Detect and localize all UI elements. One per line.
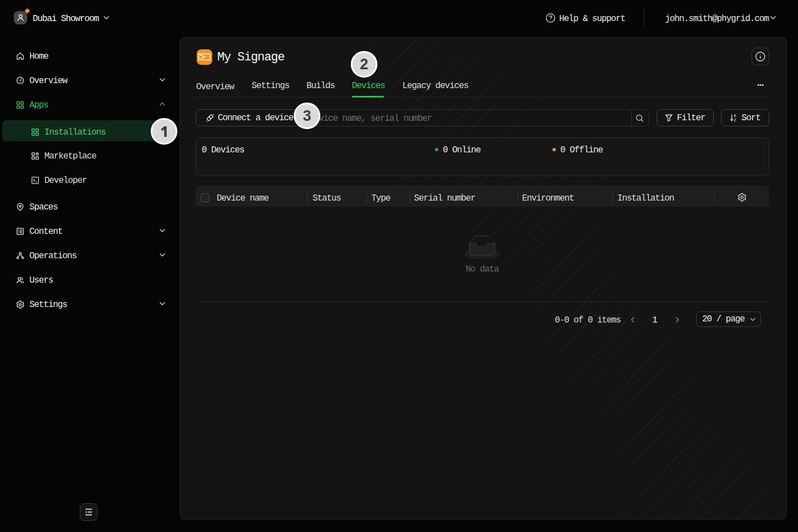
svg-text:Z: Z (734, 119, 736, 122)
svg-text:A: A (734, 114, 736, 118)
